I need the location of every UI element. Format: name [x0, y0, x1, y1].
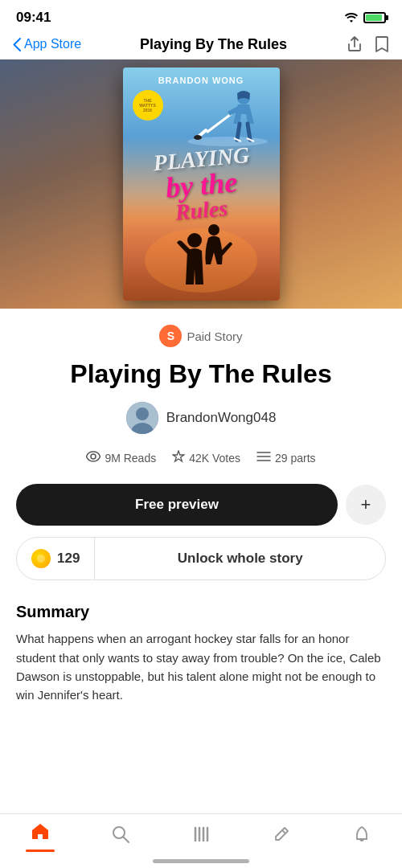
wifi-icon: [344, 11, 359, 25]
tab-home[interactable]: [0, 822, 80, 852]
nav-icons: [346, 35, 389, 53]
hockey-player-icon: [183, 84, 272, 148]
tab-active-indicator: [26, 850, 55, 852]
svg-line-23: [282, 830, 285, 833]
back-label: App Store: [24, 37, 81, 51]
votes-stat: 42K Votes: [172, 450, 240, 466]
couple-silhouette-icon: [123, 196, 280, 301]
summary-body: What happens when an arrogant hockey sta…: [16, 629, 386, 704]
nav-title: Playing By The Rules: [81, 36, 346, 53]
bell-icon: [353, 825, 371, 848]
author-avatar[interactable]: [126, 402, 158, 434]
svg-point-9: [208, 224, 219, 235]
summary-section: Summary What happens when an arrogant ho…: [16, 603, 386, 717]
paid-story-badge: S Paid Story: [16, 325, 386, 347]
action-buttons-row: Free preview +: [16, 484, 386, 526]
tab-notifications[interactable]: [322, 825, 402, 850]
tab-library[interactable]: [161, 825, 241, 850]
summary-heading: Summary: [16, 603, 386, 621]
home-indicator: [153, 859, 249, 863]
parts-stat: 29 parts: [256, 451, 316, 465]
reads-stat: 9M Reads: [86, 451, 156, 465]
wattys-badge: THEWATTYS2016: [133, 90, 163, 121]
battery-icon: [363, 12, 386, 23]
author-row: BrandonWong048: [16, 402, 386, 434]
star-icon: [172, 450, 185, 466]
coin-amount: 129: [57, 551, 80, 567]
reads-value: 9M Reads: [105, 452, 156, 465]
unlock-row[interactable]: 129 Unlock whole story: [16, 537, 386, 580]
author-name[interactable]: BrandonWong048: [166, 410, 277, 426]
coin-section: 129: [17, 538, 95, 579]
hero-area: BRANDON WONG THEWATTYS2016: [0, 59, 402, 309]
svg-point-8: [187, 233, 202, 248]
status-icons: [344, 11, 386, 25]
free-preview-button[interactable]: Free preview: [16, 484, 338, 526]
votes-value: 42K Votes: [189, 452, 240, 465]
add-button[interactable]: +: [346, 485, 386, 525]
svg-point-3: [194, 135, 202, 140]
svg-line-18: [124, 837, 129, 842]
wattys-text: THEWATTYS2016: [139, 98, 155, 113]
bookmark-button[interactable]: [375, 35, 389, 53]
status-time: 09:41: [16, 10, 51, 26]
content-area: S Paid Story Playing By The Rules Brando…: [0, 309, 402, 789]
home-icon: [31, 822, 50, 845]
tab-search[interactable]: [80, 825, 161, 850]
svg-point-13: [91, 454, 96, 459]
search-icon: [112, 825, 129, 848]
parts-value: 29 parts: [275, 452, 316, 465]
status-bar: 09:41: [0, 0, 402, 31]
share-button[interactable]: [346, 35, 363, 53]
eye-icon: [86, 451, 100, 465]
book-main-title: Playing By The Rules: [16, 358, 386, 389]
list-icon: [256, 451, 271, 465]
tab-write[interactable]: [241, 825, 322, 850]
unlock-label: Unlock whole story: [95, 539, 385, 578]
book-cover: BRANDON WONG THEWATTYS2016: [123, 68, 280, 301]
paid-story-icon: S: [159, 325, 182, 347]
library-icon: [192, 825, 210, 848]
svg-line-2: [199, 130, 206, 136]
stats-row: 9M Reads 42K Votes 29 pa: [16, 450, 386, 466]
paid-story-label: Paid Story: [187, 330, 242, 343]
nav-bar: App Store Playing By The Rules: [0, 31, 402, 59]
back-button[interactable]: App Store: [13, 37, 81, 51]
coin-icon: [31, 549, 51, 568]
svg-point-11: [136, 407, 149, 420]
write-icon: [273, 825, 290, 848]
